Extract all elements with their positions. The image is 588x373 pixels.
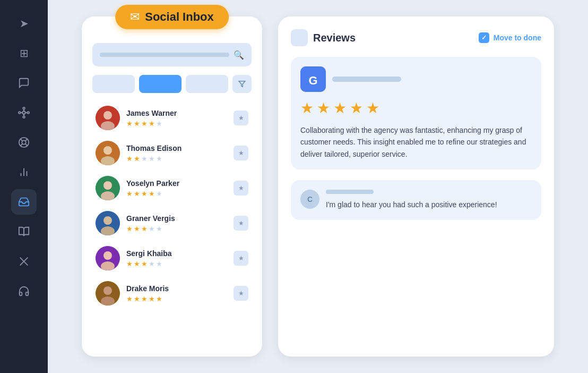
star-4: ★ [149,120,155,128]
reply-content: I'm glad to hear you had such a positive… [326,190,532,210]
avatar-drake-moris [96,281,120,306]
sidebar-item-navigate[interactable]: ➤ [11,11,37,36]
star-4: ★ [149,225,155,233]
reviews-icon [291,29,308,46]
star-3: ★ [141,190,148,198]
stars-sergi: ★ ★ ★ ★ ★ [126,260,227,268]
contact-name-thomas: Thomas Edison [126,144,227,152]
star-2: ★ [134,120,140,128]
review-stars: ★ ★ ★ ★ ★ [300,99,532,117]
reviews-title-wrap: Reviews [291,29,356,46]
star-1: ★ [126,295,133,303]
sidebar-item-support[interactable] [11,130,37,155]
star-5: ★ [156,190,162,198]
filter-tabs [92,75,252,93]
stars-thomas: ★ ★ ★ ★ ★ [126,155,227,163]
sidebar-item-analytics[interactable] [11,159,37,185]
svg-point-25 [103,146,112,155]
contact-item-sergi-khaiba[interactable]: Sergi Khaiba ★ ★ ★ ★ ★ ★ [92,242,252,275]
svg-marker-20 [239,81,245,87]
star-3: ★ [141,295,148,303]
contact-name-yoselyn: Yoselyn Parker [126,179,227,188]
star-5: ★ [156,295,162,303]
star-5: ★ [156,225,162,233]
avatar-james-warner [96,106,120,130]
reply-name-placeholder [326,190,374,194]
reply-text: I'm glad to hear you had such a positive… [326,199,532,210]
svg-point-28 [103,181,112,190]
avatar-graner-vergis [96,211,120,235]
contact-info-thomas: Thomas Edison ★ ★ ★ ★ ★ [126,144,227,163]
svg-point-1 [23,107,25,109]
sidebar-item-tools[interactable] [11,249,37,274]
bookmark-drake[interactable]: ★ [234,286,248,301]
search-bar-fill [100,53,229,57]
avatar-thomas-edison [96,141,120,165]
review-star-1: ★ [300,99,314,117]
sidebar-item-chat[interactable] [11,70,37,96]
bookmark-yoselyn[interactable]: ★ [234,181,248,196]
reviews-header: Reviews ✓ Move to done [291,29,541,46]
star-3: ★ [141,120,148,128]
search-bar[interactable]: 🔍 [92,43,252,66]
svg-point-34 [103,251,112,260]
avatar-sergi-khaiba [96,246,120,270]
sidebar-item-inbox[interactable] [11,189,37,215]
sidebar-item-network[interactable] [11,100,37,125]
sidebar-item-library[interactable] [11,219,37,244]
contact-item-thomas-edison[interactable]: Thomas Edison ★ ★ ★ ★ ★ ★ [92,137,252,169]
star-1: ★ [126,190,133,198]
move-to-done-label: Move to done [494,33,541,42]
reviewer-row: G [300,66,532,92]
svg-point-37 [103,286,112,295]
contact-info-graner: Graner Vergis ★ ★ ★ ★ ★ [126,214,227,233]
star-1: ★ [126,225,133,233]
stars-yoselyn: ★ ★ ★ ★ ★ [126,190,227,198]
review-star-4: ★ [350,99,363,117]
reviews-title: Reviews [313,32,356,44]
star-1: ★ [126,155,133,163]
review-text: Collaborating with the agency was fantas… [300,124,532,160]
svg-point-22 [103,111,112,120]
contact-info-james: James Warner ★ ★ ★ ★ ★ [126,109,227,128]
review-star-3: ★ [333,99,347,117]
star-4: ★ [149,295,155,303]
star-5: ★ [156,260,162,268]
move-to-done-button[interactable]: ✓ Move to done [479,32,541,43]
svg-point-31 [103,216,112,225]
star-3: ★ [141,225,148,233]
star-4: ★ [149,155,155,163]
contact-info-drake: Drake Moris ★ ★ ★ ★ ★ [126,284,227,303]
contact-item-yoselyn-parker[interactable]: Yoselyn Parker ★ ★ ★ ★ ★ ★ [92,172,252,205]
left-panel: ✉ Social Inbox 🔍 [82,16,262,357]
contact-info-sergi: Sergi Khaiba ★ ★ ★ ★ ★ [126,249,227,268]
sidebar-item-headset[interactable] [11,278,37,304]
bookmark-graner[interactable]: ★ [234,216,248,231]
star-2: ★ [134,295,140,303]
sidebar-item-dashboard[interactable]: ⊞ [11,40,37,66]
right-panel: Reviews ✓ Move to done G ★ ★ [278,16,554,357]
contact-item-graner-vergis[interactable]: Graner Vergis ★ ★ ★ ★ ★ ★ [92,207,252,240]
svg-point-0 [22,111,25,114]
review-star-5: ★ [366,99,379,117]
review-card: G ★ ★ ★ ★ ★ Collaborating with the agenc… [291,57,541,169]
contact-item-drake-moris[interactable]: Drake Moris ★ ★ ★ ★ ★ ★ [92,277,252,310]
filter-button[interactable] [232,75,252,93]
filter-tab-2[interactable] [139,75,181,93]
inbox-badge-title: Social Inbox [145,10,214,24]
star-3: ★ [141,260,148,268]
star-2: ★ [134,155,140,163]
contact-name-james: James Warner [126,109,227,117]
main-content: ✉ Social Inbox 🔍 [48,0,588,373]
bookmark-james[interactable]: ★ [234,111,248,125]
bookmark-sergi[interactable]: ★ [234,251,248,266]
filter-tab-1[interactable] [92,75,135,93]
star-4: ★ [149,190,155,198]
star-2: ★ [134,190,140,198]
bookmark-thomas[interactable]: ★ [234,146,248,160]
contact-item-james-warner[interactable]: James Warner ★ ★ ★ ★ ★ ★ [92,101,252,134]
star-3: ★ [141,155,148,163]
svg-text:G: G [308,74,317,87]
filter-tab-3[interactable] [186,75,228,93]
svg-line-12 [25,144,28,146]
